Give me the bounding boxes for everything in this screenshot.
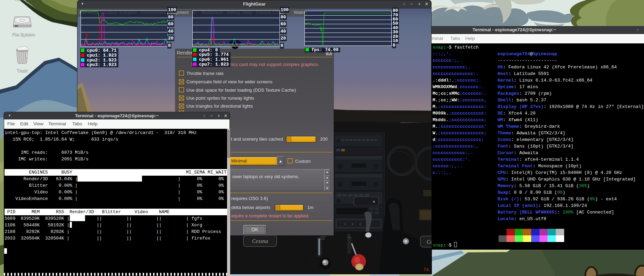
svg-text:MIX: MIX [348,234,350,236]
svg-text:74: 74 [423,267,429,273]
svg-text:1: 1 [344,223,346,226]
svg-text:0: 0 [359,223,361,226]
svg-text:PUSH: PUSH [320,239,325,240]
svg-text:PULL: PULL [348,236,352,238]
svg-text:Cessna: Cessna [252,238,268,244]
svg-text:2: 2 [352,223,353,226]
svg-text:THROT: THROT [320,236,326,238]
svg-text:Cess: Cess [427,239,432,245]
